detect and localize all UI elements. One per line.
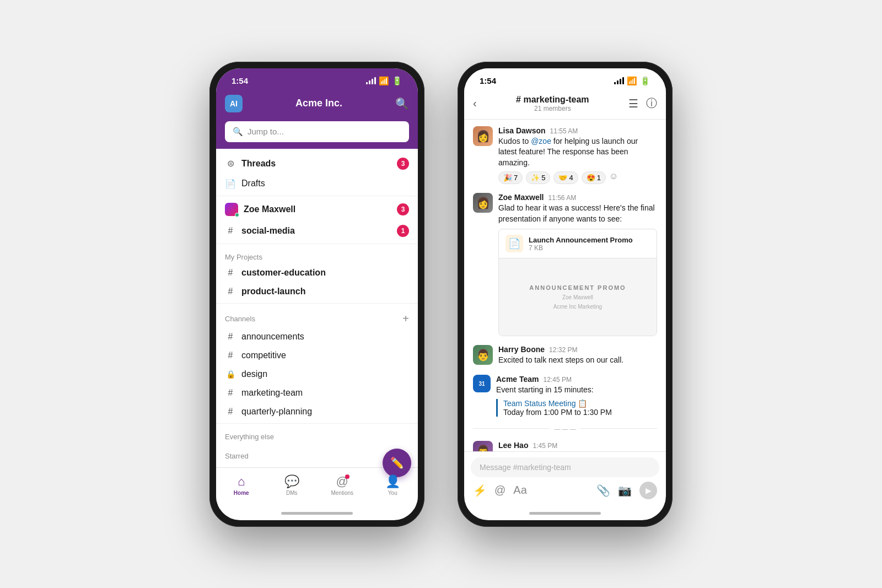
lisa-avatar: 👩 bbox=[473, 126, 493, 146]
right-time: 1:54 bbox=[480, 76, 496, 85]
msg-3-author: Harry Boone bbox=[498, 345, 545, 354]
msg-5-author: Lee Hao bbox=[498, 441, 528, 450]
back-button[interactable]: ‹ bbox=[473, 97, 477, 110]
msg-1-text: Kudos to @zoe for helping us launch our … bbox=[498, 136, 657, 169]
channels-label: Channels bbox=[225, 315, 255, 323]
format-icon[interactable]: Aa bbox=[513, 484, 526, 497]
hash-icon-comp: # bbox=[225, 350, 236, 360]
hash-icon-qp: # bbox=[225, 407, 236, 417]
preview-sub1: Zoe Maxwell bbox=[562, 294, 593, 300]
customer-education-label: customer-education bbox=[241, 268, 409, 278]
sidebar-item-design[interactable]: 🔒 design bbox=[216, 365, 418, 384]
announcements-label: announcements bbox=[241, 332, 409, 342]
left-status-bar: 1:54 📶 🔋 bbox=[216, 68, 418, 90]
file-details: Launch Announcement Promo 7 KB bbox=[529, 236, 633, 252]
input-toolbar: ⚡ @ Aa 📎 📷 ▶ bbox=[471, 482, 659, 507]
dms-icon: 💬 bbox=[284, 474, 299, 489]
info-icon[interactable]: ⓘ bbox=[646, 96, 657, 111]
preview-main-text: ANNOUNCEMENT PROMO bbox=[529, 284, 626, 291]
sidebar-item-threads[interactable]: ⊜ Threads 3 bbox=[216, 153, 418, 174]
mention-icon[interactable]: @ bbox=[494, 484, 505, 497]
file-type-icon: 📄 bbox=[505, 235, 523, 252]
right-screen: 1:54 📶 🔋 ‹ # marketing-team 21 members bbox=[464, 68, 666, 520]
photo-icon[interactable]: 📷 bbox=[618, 484, 632, 497]
message-separator: — — — bbox=[473, 425, 657, 432]
msg-3-text: Excited to talk next steps on our call. bbox=[498, 355, 657, 366]
sidebar-item-competitive[interactable]: # competitive bbox=[216, 346, 418, 365]
harry-avatar: 👨 bbox=[473, 345, 493, 365]
divider-4 bbox=[216, 423, 418, 424]
threads-label: Threads bbox=[241, 159, 391, 169]
add-reaction-btn[interactable]: ☺ bbox=[609, 171, 618, 184]
preview-sub2: Acme Inc Marketing bbox=[553, 304, 602, 310]
msg-2-time: 11:56 AM bbox=[548, 194, 576, 202]
msg-5-time: 1:45 PM bbox=[533, 442, 557, 450]
hash-icon-ann: # bbox=[225, 332, 236, 342]
social-media-label: social-media bbox=[241, 226, 391, 236]
marketing-team-label: marketing-team bbox=[241, 388, 409, 398]
send-button[interactable]: ▶ bbox=[639, 482, 657, 499]
file-size: 7 KB bbox=[529, 244, 633, 252]
msg-4-content: Acme Team 12:45 PM Event starting in 15 … bbox=[496, 375, 657, 417]
header-actions: ☰ ⓘ bbox=[628, 96, 657, 111]
right-home-indicator bbox=[464, 509, 666, 520]
msg-2-text: Glad to hear it was a success! Here's th… bbox=[498, 203, 657, 224]
search-icon[interactable]: 🔍 bbox=[395, 97, 409, 110]
lock-icon: 🔒 bbox=[225, 370, 236, 379]
workspace-header: AI Acme Inc. 🔍 🔍 Jump to... bbox=[216, 90, 418, 149]
my-projects-section: My Projects bbox=[216, 246, 418, 263]
lee-avatar: 👨 bbox=[473, 441, 493, 451]
sidebar-item-announcements[interactable]: # announcements bbox=[216, 327, 418, 346]
you-label: You bbox=[388, 490, 397, 496]
sidebar-item-product-launch[interactable]: # product-launch bbox=[216, 282, 418, 301]
sidebar-item-quarterly-planning[interactable]: # quarterly-planning bbox=[216, 402, 418, 421]
message-input[interactable]: Message #marketing-team bbox=[471, 457, 659, 477]
compose-fab[interactable]: ✏️ bbox=[383, 449, 411, 477]
msg-1-author: Lisa Dawson bbox=[498, 126, 546, 135]
attach-icon[interactable]: 📎 bbox=[596, 484, 610, 497]
sidebar-item-social-media[interactable]: # social-media 1 bbox=[216, 220, 418, 241]
hash-icon: # bbox=[225, 226, 236, 236]
sidebar-item-drafts[interactable]: 📄 Drafts bbox=[216, 174, 418, 193]
message-row-3: 👨 Harry Boone 12:32 PM Excited to talk n… bbox=[473, 345, 657, 366]
right-signal-icon bbox=[614, 78, 624, 84]
threads-icon: ⊜ bbox=[225, 158, 236, 169]
right-battery-icon: 🔋 bbox=[640, 76, 650, 86]
messages-area: 👩 Lisa Dawson 11:55 AM Kudos to @zoe for… bbox=[464, 120, 666, 451]
tab-mentions[interactable]: @ Mentions bbox=[317, 472, 368, 498]
quarterly-planning-label: quarterly-planning bbox=[241, 407, 409, 417]
jump-to-search[interactable]: 🔍 Jump to... bbox=[225, 121, 409, 142]
tab-dms[interactable]: 💬 DMs bbox=[267, 472, 318, 498]
file-attachment[interactable]: 📄 Launch Announcement Promo 7 KB ANNOUNC… bbox=[498, 229, 657, 336]
message-row-1: 👩 Lisa Dawson 11:55 AM Kudos to @zoe for… bbox=[473, 126, 657, 185]
workspace-name: Acme Inc. bbox=[295, 98, 342, 109]
add-channel-icon[interactable]: + bbox=[402, 312, 409, 325]
reaction-sparkle[interactable]: ✨ 5 bbox=[526, 171, 550, 184]
reaction-handshake[interactable]: 🤝 4 bbox=[553, 171, 578, 184]
tab-you[interactable]: 👤 You bbox=[368, 472, 418, 498]
msg-3-time: 12:32 PM bbox=[549, 346, 577, 354]
threads-badge: 3 bbox=[397, 158, 409, 170]
sidebar-item-customer-education[interactable]: # customer-education bbox=[216, 263, 418, 282]
right-phone: 1:54 📶 🔋 ‹ # marketing-team 21 members bbox=[458, 62, 673, 527]
competitive-label: competitive bbox=[241, 350, 409, 360]
filter-icon[interactable]: ☰ bbox=[628, 97, 638, 110]
tab-home[interactable]: ⌂ Home bbox=[216, 472, 267, 498]
event-title[interactable]: Team Status Meeting 📋 bbox=[503, 399, 657, 408]
reaction-heart-eyes[interactable]: 😍 1 bbox=[582, 171, 606, 184]
lightning-icon[interactable]: ⚡ bbox=[473, 484, 487, 497]
drafts-label: Drafts bbox=[241, 179, 409, 188]
msg-2-content: Zoe Maxwell 11:56 AM Glad to hear it was… bbox=[498, 193, 657, 336]
compose-icon: ✏️ bbox=[390, 456, 404, 470]
sidebar-item-zoe[interactable]: Zoe Maxwell 3 bbox=[216, 198, 418, 220]
reaction-party[interactable]: 🎉 7 bbox=[498, 171, 523, 184]
event-block: Team Status Meeting 📋 Today from 1:00 PM… bbox=[496, 399, 657, 417]
sidebar-item-marketing-team[interactable]: # marketing-team bbox=[216, 384, 418, 402]
acme-avatar: 31 bbox=[473, 375, 491, 392]
zoe-avatar-wrapper bbox=[225, 203, 238, 216]
msg-1-reactions: 🎉 7 ✨ 5 🤝 4 😍 1 ☺ bbox=[498, 171, 657, 184]
workspace-logo[interactable]: AI bbox=[225, 95, 243, 112]
drafts-icon: 📄 bbox=[225, 179, 236, 189]
mention-zoe: @zoe bbox=[531, 137, 551, 145]
mentions-label: Mentions bbox=[331, 490, 353, 496]
